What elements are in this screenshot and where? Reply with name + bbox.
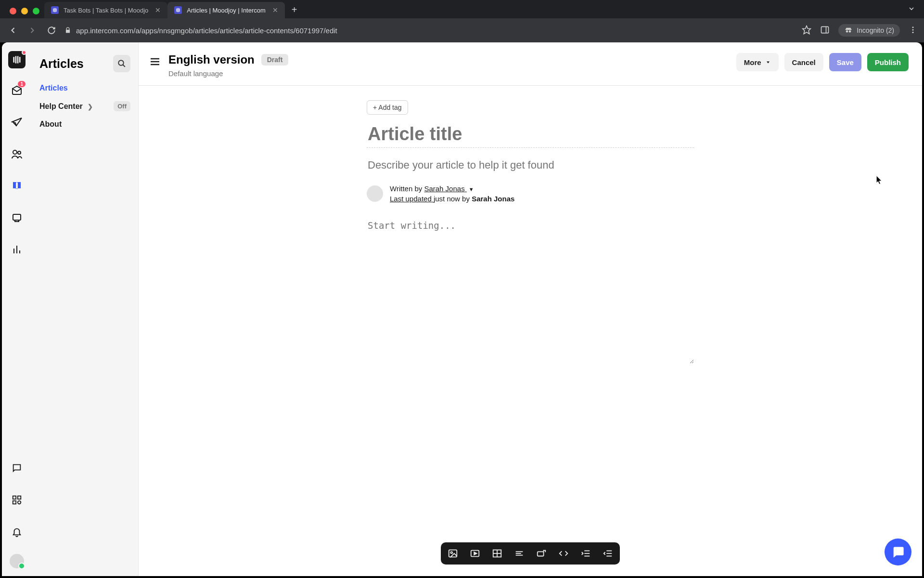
written-by-prefix: Written by: [390, 184, 424, 193]
incognito-icon: [844, 26, 853, 35]
intercom-launcher[interactable]: [885, 539, 911, 565]
svg-point-38: [450, 552, 452, 553]
sidebar-item-articles[interactable]: Articles: [39, 84, 130, 92]
button-label: More: [744, 58, 761, 66]
svg-point-14: [912, 29, 914, 30]
toolbar-list-outdent-button[interactable]: [602, 547, 614, 560]
last-updated-link[interactable]: Last updated: [390, 195, 434, 203]
toolbar-list-indent-button[interactable]: [579, 547, 592, 560]
browser-tab-inactive[interactable]: Task Bots | Task Bots | Moodjo ✕: [44, 2, 167, 18]
panel-icon[interactable]: [820, 25, 830, 36]
lock-icon: [64, 27, 71, 34]
new-tab-button[interactable]: +: [285, 4, 304, 18]
bookmark-icon[interactable]: [802, 25, 811, 36]
svg-rect-0: [53, 9, 53, 12]
nav-outbound[interactable]: [7, 113, 26, 132]
notification-dot: [22, 50, 26, 55]
user-avatar[interactable]: [10, 554, 24, 568]
nav-notifications[interactable]: [7, 522, 26, 541]
browser-tab-active[interactable]: Articles | Moodjoy | Intercom ✕: [167, 2, 285, 18]
svg-rect-18: [17, 56, 19, 64]
tabs-overflow-button[interactable]: [899, 5, 924, 18]
status-badge-draft: Draft: [261, 54, 289, 66]
toolbar-table-button[interactable]: [491, 547, 503, 560]
traffic-light-maximize[interactable]: [33, 8, 39, 14]
svg-point-15: [912, 31, 914, 33]
author-selector[interactable]: Sarah Jonas: [424, 184, 466, 193]
address-bar[interactable]: app.intercom.com/a/apps/nnsgmgob/article…: [64, 26, 795, 35]
publish-button[interactable]: Publish: [867, 53, 909, 71]
article-title-input[interactable]: [367, 123, 694, 148]
nav-operator[interactable]: [7, 208, 26, 227]
browser-toolbar: app.intercom.com/a/apps/nnsgmgob/article…: [0, 18, 924, 42]
window-controls: [6, 8, 44, 18]
article-description-input[interactable]: [367, 158, 694, 172]
app-frame: 1: [2, 42, 922, 576]
forward-button[interactable]: [26, 26, 38, 35]
nav-articles[interactable]: [7, 176, 26, 196]
nav-contacts[interactable]: [7, 144, 26, 164]
save-button[interactable]: Save: [829, 53, 861, 71]
nav-apps[interactable]: [7, 490, 26, 510]
svg-marker-36: [767, 62, 770, 64]
svg-rect-16: [13, 57, 15, 63]
close-icon[interactable]: ✕: [155, 6, 161, 14]
browser-menu-button[interactable]: [909, 26, 917, 36]
svg-rect-1: [54, 8, 54, 12]
incognito-indicator[interactable]: Incognito (2): [838, 24, 900, 37]
browser-tabbar: Task Bots | Task Bots | Moodjo ✕ Article…: [0, 0, 924, 18]
main-column: English version Draft Default language M…: [139, 42, 922, 576]
search-button[interactable]: [113, 55, 130, 72]
svg-rect-37: [449, 550, 457, 557]
sidebar-item-about[interactable]: About: [39, 120, 130, 129]
reload-button[interactable]: [45, 26, 58, 35]
url-text: app.intercom.com/a/apps/nnsgmgob/article…: [76, 26, 337, 35]
toolbar-button-button[interactable]: [535, 547, 548, 560]
back-button[interactable]: [7, 26, 19, 35]
toolbar-video-button[interactable]: [469, 547, 481, 560]
byline: Written by Sarah Jonas ▼ Last updated: [367, 184, 694, 203]
cancel-button[interactable]: Cancel: [784, 53, 823, 71]
toolbar-image-button[interactable]: [447, 547, 459, 560]
button-label: Save: [837, 58, 854, 66]
svg-rect-28: [18, 496, 21, 499]
sidebar-item-label: About: [39, 120, 62, 129]
button-label: + Add tag: [373, 104, 402, 111]
more-button[interactable]: More: [736, 53, 779, 71]
caret-down-icon[interactable]: ▼: [469, 186, 474, 192]
last-updated-suffix: just now by: [434, 195, 472, 203]
status-badge-off: Off: [114, 101, 130, 111]
editor-area: + Add tag Written by Sarah Jonas: [139, 86, 922, 576]
sidebar-toggle-button[interactable]: [149, 56, 161, 67]
svg-rect-19: [19, 57, 21, 63]
tab-title: Task Bots | Task Bots | Moodjo: [64, 7, 148, 14]
svg-rect-22: [13, 214, 21, 220]
add-tag-button[interactable]: + Add tag: [367, 100, 408, 115]
sidebar-heading: Articles: [39, 57, 84, 71]
close-icon[interactable]: ✕: [272, 6, 278, 14]
incognito-label: Incognito (2): [857, 26, 894, 34]
intercom-favicon: [51, 6, 59, 14]
svg-point-13: [912, 26, 914, 28]
svg-rect-5: [178, 8, 178, 12]
author-avatar: [367, 185, 383, 202]
nav-messenger[interactable]: [7, 459, 26, 478]
nav-inbox[interactable]: 1: [7, 81, 26, 100]
traffic-light-minimize[interactable]: [21, 8, 28, 14]
author-name: Sarah Jonas: [424, 184, 464, 193]
sidebar-item-label: Help Center: [39, 102, 83, 110]
toolbar-code-button[interactable]: [557, 547, 570, 560]
traffic-light-close[interactable]: [10, 8, 16, 14]
nav-rail: 1: [2, 42, 32, 576]
nav-reports[interactable]: [7, 240, 26, 259]
svg-point-11: [846, 30, 848, 33]
app-logo[interactable]: [8, 51, 26, 68]
svg-rect-3: [56, 9, 57, 12]
svg-rect-23: [15, 220, 19, 222]
article-body-input[interactable]: [367, 219, 694, 364]
svg-rect-29: [13, 501, 16, 504]
intercom-favicon: [174, 6, 182, 14]
sidebar-item-help-center[interactable]: Help Center ❯ Off: [39, 101, 130, 111]
svg-rect-27: [13, 496, 16, 499]
toolbar-divider-button[interactable]: [513, 547, 526, 560]
